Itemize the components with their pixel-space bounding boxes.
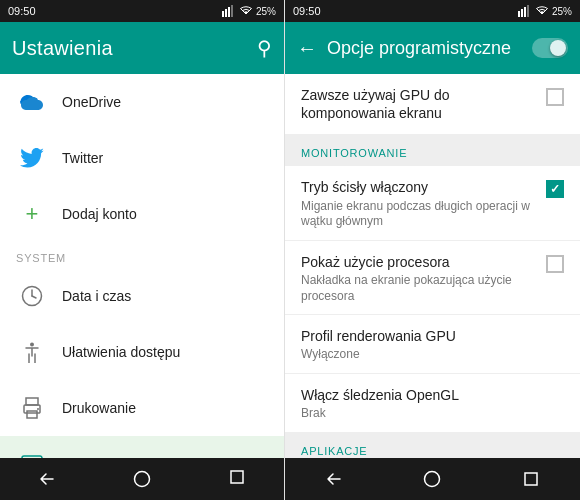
strict-mode-content: Tryb ścisły włączony Miganie ekranu podc… (301, 178, 536, 229)
settings-item-strict-mode[interactable]: Tryb ścisły włączony Miganie ekranu podc… (285, 166, 580, 240)
nav-bar-right (285, 458, 580, 500)
twitter-label: Twitter (62, 150, 103, 166)
gpu-checkbox[interactable] (546, 88, 564, 106)
menu-item-add-account[interactable]: + Dodaj konto (0, 186, 284, 242)
svg-rect-23 (527, 5, 529, 17)
menu-list: OneDrive Twitter + Dodaj konto SYSTEM (0, 74, 284, 458)
settings-item-gpu-content: Zawsze używaj GPU do komponowania ekranu (301, 86, 536, 124)
strict-mode-title: Tryb ścisły włączony (301, 178, 536, 196)
svg-rect-20 (518, 11, 520, 17)
twitter-icon (16, 142, 48, 174)
svg-rect-0 (222, 11, 224, 17)
onedrive-label: OneDrive (62, 94, 121, 110)
signal-icon-right (518, 5, 532, 17)
svg-rect-2 (228, 7, 230, 17)
strict-mode-checkbox[interactable] (546, 180, 564, 198)
add-account-label: Dodaj konto (62, 206, 137, 222)
status-bar-right: 09:50 25% (285, 0, 580, 22)
svg-point-7 (30, 343, 34, 347)
date-time-label: Data i czas (62, 288, 131, 304)
settings-item-gpu[interactable]: Zawsze używaj GPU do komponowania ekranu (285, 74, 580, 135)
status-icons-left: 25% (222, 5, 276, 17)
menu-item-accessibility[interactable]: Ułatwienia dostępu (0, 324, 284, 380)
recent-button-right[interactable] (506, 462, 556, 496)
print-icon (16, 392, 48, 424)
settings-title: Ustawienia (12, 37, 113, 60)
signal-icon (222, 5, 236, 17)
menu-item-twitter[interactable]: Twitter (0, 130, 284, 186)
opengl-subtitle: Brak (301, 406, 554, 422)
cpu-usage-subtitle: Nakładka na ekranie pokazująca użycie pr… (301, 273, 536, 304)
svg-point-18 (134, 472, 149, 487)
developer-icon (16, 448, 48, 458)
developer-toggle[interactable] (532, 38, 568, 58)
battery-right: 25% (552, 6, 572, 17)
gpu-rendering-subtitle: Wyłączone (301, 347, 554, 363)
top-bar-right: ← Opcje programistyczne (285, 22, 580, 74)
svg-rect-21 (521, 9, 523, 17)
menu-item-developer[interactable]: Opcje programistyczne (0, 436, 284, 458)
search-icon[interactable]: ⚲ (257, 36, 272, 60)
section-system: SYSTEM (0, 242, 284, 268)
cpu-usage-content: Pokaż użycie procesora Nakładka na ekran… (301, 253, 536, 304)
svg-point-11 (37, 408, 39, 410)
time-right: 09:50 (293, 5, 321, 17)
status-icons-right: 25% (518, 5, 572, 17)
developer-options-title: Opcje programistyczne (327, 38, 522, 59)
svg-rect-25 (525, 473, 537, 485)
svg-point-24 (425, 472, 440, 487)
menu-item-onedrive[interactable]: OneDrive (0, 74, 284, 130)
svg-line-6 (32, 296, 36, 298)
top-bar-left: Ustawienia ⚲ (0, 22, 284, 74)
svg-rect-8 (26, 398, 38, 405)
section-monitoring-label: MONITOROWANIE (301, 147, 407, 159)
gpu-title: Zawsze używaj GPU do komponowania ekranu (301, 86, 536, 122)
printing-label: Drukowanie (62, 400, 136, 416)
svg-rect-3 (231, 5, 233, 17)
svg-rect-22 (524, 7, 526, 17)
home-button-right[interactable] (407, 462, 457, 496)
wifi-icon-right (535, 5, 549, 17)
opengl-content: Włącz śledzenia OpenGL Brak (301, 386, 554, 422)
gpu-rendering-title: Profil renderowania GPU (301, 327, 554, 345)
section-apps-divider: APLIKACJE (285, 433, 580, 458)
strict-mode-subtitle: Miganie ekranu podczas długich operacji … (301, 199, 536, 230)
back-button-left[interactable] (22, 462, 72, 496)
recent-button-left[interactable] (212, 460, 262, 498)
cpu-usage-title: Pokaż użycie procesora (301, 253, 536, 271)
svg-rect-10 (27, 411, 37, 418)
onedrive-icon (16, 86, 48, 118)
back-button-right[interactable] (309, 462, 359, 496)
back-icon-right[interactable]: ← (297, 37, 317, 60)
section-monitoring-divider: MONITOROWANIE (285, 135, 580, 166)
status-bar-left: 09:50 25% (0, 0, 284, 22)
menu-item-date-time[interactable]: Data i czas (0, 268, 284, 324)
accessibility-label: Ułatwienia dostępu (62, 344, 180, 360)
settings-item-cpu-usage[interactable]: Pokaż użycie procesora Nakładka na ekran… (285, 241, 580, 315)
svg-rect-19 (231, 471, 243, 483)
left-panel: 09:50 25% Ustawienia ⚲ (0, 0, 284, 500)
nav-bar-left (0, 458, 284, 500)
settings-item-opengl[interactable]: Włącz śledzenia OpenGL Brak (285, 374, 580, 433)
accessibility-icon (16, 336, 48, 368)
opengl-title: Włącz śledzenia OpenGL (301, 386, 554, 404)
section-apps-label: APLIKACJE (301, 445, 368, 457)
wifi-icon (239, 5, 253, 17)
battery-left: 25% (256, 6, 276, 17)
cpu-usage-checkbox[interactable] (546, 255, 564, 273)
svg-rect-1 (225, 9, 227, 17)
settings-item-gpu-rendering[interactable]: Profil renderowania GPU Wyłączone (285, 315, 580, 374)
gpu-rendering-content: Profil renderowania GPU Wyłączone (301, 327, 554, 363)
time-left: 09:50 (8, 5, 36, 17)
settings-list: Zawsze używaj GPU do komponowania ekranu… (285, 74, 580, 458)
right-panel: 09:50 25% ← Opcje programistyczne (284, 0, 580, 500)
menu-item-printing[interactable]: Drukowanie (0, 380, 284, 436)
home-button-left[interactable] (117, 462, 167, 496)
clock-icon (16, 280, 48, 312)
add-icon: + (16, 198, 48, 230)
